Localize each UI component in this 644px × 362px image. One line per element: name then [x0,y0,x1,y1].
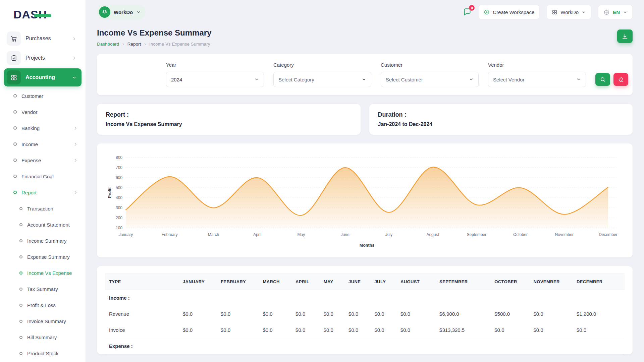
sidebar-item-invoice-summary[interactable]: Invoice Summary [0,313,86,329]
workspace-layers-icon [99,6,110,18]
search-icon [600,76,606,82]
circle-bullet-icon [19,352,22,355]
workspace-switcher[interactable]: WorkDo [97,5,146,19]
empty-cell [490,338,529,354]
year-select-value: 2024 [171,77,182,82]
chevron-down-icon [469,77,474,82]
vendor-label: Vendor [488,62,586,68]
sidebar-item-label: Report [21,190,73,195]
circle-bullet-icon [19,288,22,291]
sidebar-item-label: Purchases [25,36,72,42]
customer-select[interactable]: Select Customer [381,72,479,87]
download-button[interactable] [617,29,633,43]
value-cell: $0.0 [320,306,344,322]
category-select-value: Select Category [278,77,314,82]
sidebar-item-report[interactable]: Report [0,184,86,200]
sidebar-item-vendor[interactable]: Vendor [0,104,86,120]
empty-cell [573,290,625,306]
language-selector[interactable]: EN [598,5,633,19]
empty-cell [291,338,320,354]
sidebar-item-tax-summary[interactable]: Tax Summary [0,281,86,297]
table-section-row: Income : [105,290,625,306]
empty-cell [573,338,625,354]
sidebar-item-banking[interactable]: Banking [0,120,86,136]
circle-bullet-icon [13,142,17,146]
breadcrumb-dashboard[interactable]: Dashboard [97,42,119,47]
sidebar-item-income-vs-expense[interactable]: Income Vs Expense [0,265,86,281]
income-expense-chart: 100200300400500600700800JanuaryFebruaryM… [106,153,623,252]
chevron-down-icon [582,10,586,14]
column-header-february: FEBRUARY [217,274,259,290]
workdo-menu-label: WorkDo [560,9,579,15]
clipboard-icon [7,51,21,65]
sidebar-item-label: Income Vs Expense [27,270,78,276]
sidebar-item-label: Profit & Loss [27,302,78,308]
value-cell: $1,200.0 [573,306,625,322]
section-label: Income : [105,290,179,306]
reset-filter-button[interactable] [613,73,628,86]
svg-text:400: 400 [116,195,122,200]
vendor-select[interactable]: Select Vendor [488,72,586,87]
chart-card: 100200300400500600700800JanuaryFebruaryM… [97,143,633,257]
value-cell: $0.0 [179,306,217,322]
svg-text:May: May [298,232,305,237]
apply-filter-button[interactable] [595,73,610,86]
sidebar-nav: PurchasesProjectsAccounting CustomerVend… [0,29,86,362]
sidebar-item-bill-summary[interactable]: Bill Summary [0,329,86,345]
sidebar-item-label: Expense [21,158,73,163]
duration-summary-card: Duration : Jan-2024 to Dec-2024 [369,104,633,135]
svg-text:600: 600 [116,175,122,180]
sidebar-item-expense-summary[interactable]: Expense Summary [0,249,86,265]
sidebar-item-account-statement[interactable]: Account Statement [0,217,86,233]
value-cell: $6,900.0 [435,306,490,322]
empty-cell [370,290,396,306]
empty-cell [370,338,396,354]
sidebar-item-customer[interactable]: Customer [0,88,86,104]
value-cell: $0.0 [291,322,320,338]
sidebar-item-accounting[interactable]: Accounting [4,68,82,86]
sidebar-item-income[interactable]: Income [0,136,86,152]
main-area: WorkDo 0 Create Workspace [86,0,644,362]
column-header-april: APRIL [291,274,320,290]
empty-cell [259,338,291,354]
column-header-october: OCTOBER [490,274,529,290]
messages-button[interactable]: 0 [463,8,472,16]
grid-icon [7,70,21,84]
sidebar-item-product-stock[interactable]: Product Stock [0,345,86,361]
sidebar-item-profit-loss[interactable]: Profit & Loss [0,297,86,313]
globe-icon [603,9,610,15]
empty-cell [396,290,435,306]
report-table: TYPEJANUARYFEBRUARYMARCHAPRILMAYJUNEJULY… [105,274,625,354]
create-workspace-button[interactable]: Create Workspace [478,5,540,19]
app-logo[interactable]: DASH [0,6,86,28]
vendor-select-value: Select Vendor [493,77,524,82]
category-select[interactable]: Select Category [273,72,371,87]
customer-label: Customer [381,62,479,68]
column-header-july: JULY [370,274,396,290]
circle-bullet-icon [13,110,17,114]
empty-cell [291,290,320,306]
filter-card: Year 2024 Category Select Category Custo… [97,54,633,95]
svg-text:200: 200 [116,216,122,220]
empty-cell [320,338,344,354]
table-row-revenue: Revenue$0.0$0.0$0.0$0.0$0.0$0.0$0.0$0.0$… [105,306,625,322]
workdo-menu-button[interactable]: WorkDo [546,5,591,19]
sidebar-item-expense[interactable]: Expense [0,152,86,168]
circle-bullet-icon [13,175,17,178]
report-summary-value: Income Vs Expense Summary [106,121,352,127]
sidebar-item-label: Account Statement [27,222,78,228]
report-table-body: Income :Revenue$0.0$0.0$0.0$0.0$0.0$0.0$… [105,290,625,354]
sidebar-item-financial-goal[interactable]: Financial Goal [0,168,86,184]
empty-cell [529,290,573,306]
sidebar-item-label: Vendor [21,109,78,115]
sidebar-item-projects[interactable]: Projects [4,49,82,67]
circle-bullet-icon [13,191,17,194]
year-select[interactable]: 2024 [166,72,264,87]
value-cell: $0.0 [344,306,370,322]
sidebar-item-income-summary[interactable]: Income Summary [0,233,86,249]
value-cell: $0.0 [259,306,291,322]
circle-bullet-icon [19,272,22,275]
sidebar-item-purchases[interactable]: Purchases [4,29,82,48]
sidebar-item-transaction[interactable]: Transaction [0,200,86,217]
svg-text:100: 100 [116,226,122,230]
